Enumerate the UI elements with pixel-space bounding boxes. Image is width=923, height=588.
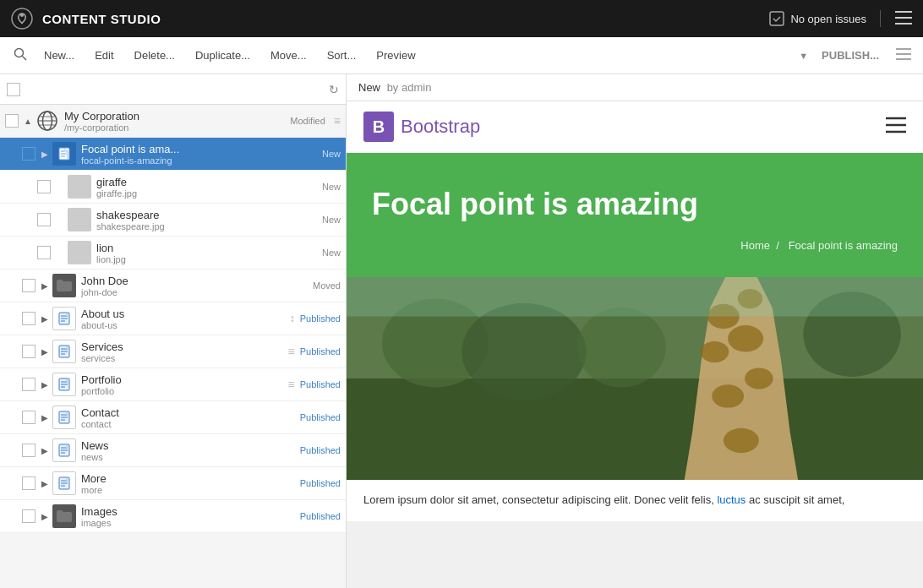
focal-point-info: Focal point is ama... focal-point-is-ama… [81,143,317,166]
hamburger-menu-button[interactable] [894,10,913,28]
expand-news-icon[interactable]: ▶ [39,446,51,455]
body-text-link[interactable]: luctus [717,493,746,506]
checkbox-services[interactable] [22,345,36,358]
search-button[interactable] [8,42,32,68]
checkbox-focal-point[interactable] [22,147,36,161]
toolbar-options-button[interactable] [893,45,915,66]
services-menu-icon[interactable]: ≡ [288,345,295,358]
expand-more-icon[interactable]: ▶ [39,479,51,488]
expand-john-doe-icon[interactable]: ▶ [39,281,51,291]
more-name: More [81,472,295,485]
sort-button[interactable]: Sort... [319,44,365,67]
giraffe-info: giraffe giraffe.jpg [96,176,317,199]
svg-point-51 [701,341,729,362]
issues-icon [768,10,785,27]
checkbox-shakespeare[interactable] [37,213,51,226]
move-button[interactable]: Move... [262,44,315,67]
breadcrumb-home: Home [740,239,770,252]
expand-my-corporation-icon[interactable]: ▲ [22,117,34,126]
shakespeare-status: New [322,215,341,225]
issues-indicator[interactable]: No open issues [768,10,866,27]
contact-path: contact [81,419,295,429]
checkbox-lion[interactable] [37,246,51,259]
tree-item-lion[interactable]: ▶ lion lion.jpg New [0,237,346,270]
images-status-area: Published [300,511,341,521]
tree-item-giraffe[interactable]: ▶ giraffe giraffe.jpg New [0,171,346,204]
sort-icon-about-us: ↕ [290,313,295,324]
dropdown-arrow-icon[interactable]: ▼ [799,51,808,61]
new-button[interactable]: New... [36,44,83,67]
expand-services-icon[interactable]: ▶ [39,347,51,357]
shakespeare-name: shakespeare [96,209,317,221]
checkbox-images[interactable] [22,509,36,523]
expand-contact-icon[interactable]: ▶ [39,413,51,422]
tree-item-john-doe[interactable]: ▶ John Doe john-doe Moved [0,270,346,302]
more-status: Published [300,478,341,488]
hero-banner: Focal point is amazing Home / Focal poin… [347,153,923,277]
app-logo-icon [10,7,34,30]
checkbox-contact[interactable] [22,411,36,424]
header-left: CONTENT STUDIO [10,7,161,30]
main-layout: ↻ ▲ My Corporation /my- [0,74,923,588]
delete-button[interactable]: Delete... [126,44,183,67]
page-icon-more [52,471,76,495]
tree-item-shakespeare[interactable]: ▶ shakespeare shakespeare.jpg New [0,204,346,237]
tree-item-about-us[interactable]: ▶ About us about-us ↕ Publis [0,302,346,335]
checkbox-my-corporation[interactable] [5,114,19,128]
svg-rect-60 [347,277,923,317]
contact-status: Published [300,412,341,422]
portfolio-status: Published [300,379,341,389]
giraffe-status-area: New [322,182,341,192]
tree-item-my-corporation[interactable]: ▲ My Corporation /my-corporation Modif [0,105,346,138]
preview-panel: New by admin B Bootstrap [347,74,923,588]
toolbar-right: ▼ PUBLISH... [799,44,915,67]
refresh-button[interactable]: ↻ [329,83,339,96]
lion-status-area: New [322,248,341,258]
checkbox-about-us[interactable] [22,312,36,325]
duplicate-button[interactable]: Duplicate... [187,44,259,67]
portfolio-name: Portfolio [81,373,280,386]
toolbar: New... Edit Delete... Duplicate... Move.… [0,37,923,74]
tree-item-more[interactable]: ▶ More more Published [0,467,346,500]
svg-point-52 [728,325,763,351]
expand-about-us-icon[interactable]: ▶ [39,314,51,324]
globe-icon-my-corporation [36,109,59,133]
shakespeare-path: shakespeare.jpg [96,221,317,231]
tree-item-portfolio[interactable]: ▶ Portfolio portfolio ≡ Publ [0,368,346,401]
expand-images-icon[interactable]: ▶ [39,512,51,521]
select-all-checkbox[interactable] [7,83,20,96]
tree-item-contact[interactable]: ▶ Contact contact Published [0,401,346,434]
portfolio-path: portfolio [81,386,280,396]
bootstrap-nav-hamburger-icon[interactable] [886,117,906,138]
giraffe-thumbnail-icon [68,175,91,199]
svg-point-1 [20,14,24,17]
checkbox-news[interactable] [22,444,36,457]
tree-item-focal-point[interactable]: ▶ Focal point is ama... focal-point-is-a… [0,138,346,171]
publish-button[interactable]: PUBLISH... [813,44,888,67]
checkbox-giraffe[interactable] [37,180,51,193]
bootstrap-b-icon: B [363,112,394,142]
more-path: more [81,485,295,495]
about-us-status: Published [300,313,341,324]
tree-item-news[interactable]: ▶ News news Published [0,434,346,467]
expand-focal-point-icon[interactable]: ▶ [39,150,51,159]
about-us-info: About us about-us [81,308,285,330]
my-corporation-menu-icon[interactable]: ≡ [334,114,341,128]
checkbox-more[interactable] [22,476,36,490]
checkbox-portfolio[interactable] [22,378,36,391]
focal-point-name: Focal point is ama... [81,143,317,155]
tree-item-services[interactable]: ▶ Services services ≡ Publis [0,335,346,368]
tree-scroll-area[interactable]: ▲ My Corporation /my-corporation Modif [0,105,346,588]
more-status-area: Published [300,478,341,488]
my-corporation-status: Modified [290,116,325,126]
content-tree-panel: ↻ ▲ My Corporation /my- [0,74,347,588]
my-corporation-status-area: Modified ≡ [290,114,341,128]
portfolio-menu-icon[interactable]: ≡ [288,378,295,391]
preview-button[interactable]: Preview [368,44,423,67]
tree-item-images[interactable]: ▶ Images images Published [0,500,346,533]
images-info: Images images [81,505,295,528]
expand-portfolio-icon[interactable]: ▶ [39,380,51,389]
checkbox-john-doe[interactable] [22,279,36,292]
edit-button[interactable]: Edit [86,44,122,67]
page-icon-services [52,340,76,363]
